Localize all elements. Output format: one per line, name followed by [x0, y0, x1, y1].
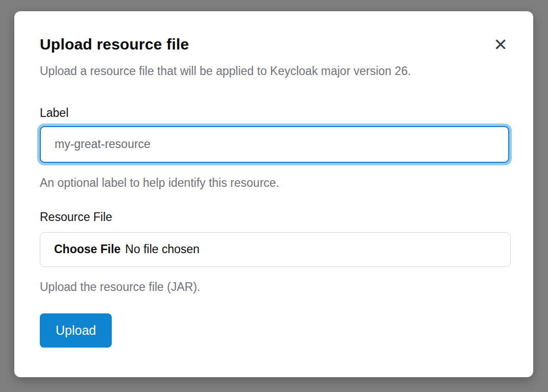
resource-file-input[interactable]: Choose File No file chosen [40, 232, 511, 267]
dialog-title: Upload resource file [40, 36, 508, 53]
label-field-label: Label [40, 106, 508, 120]
file-chosen-status: No file chosen [125, 242, 200, 256]
modal-backdrop: { "modal": { "title": "Upload resource f… [0, 0, 548, 392]
close-icon[interactable]: ✕ [491, 36, 510, 54]
upload-resource-dialog: ✕ Upload resource file Upload a resource… [14, 11, 533, 377]
label-input[interactable] [40, 126, 509, 163]
choose-file-button[interactable]: Choose File [54, 242, 120, 256]
label-helper-text: An optional label to help identify this … [40, 176, 508, 190]
resource-file-label: Resource File [40, 210, 508, 224]
dialog-description: Upload a resource file that will be appl… [40, 64, 508, 79]
upload-button[interactable]: Upload [40, 313, 112, 348]
resource-file-helper-text: Upload the resource file (JAR). [40, 280, 508, 294]
